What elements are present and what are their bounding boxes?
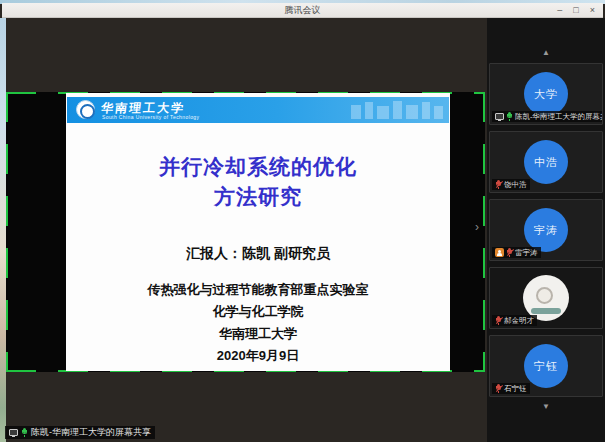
university-logo-icon <box>76 100 95 119</box>
share-status-text: 陈凯-华南理工大学的屏幕共享 <box>31 426 151 439</box>
participant-tile[interactable]: 宁钰 石宁钰 <box>489 335 603 397</box>
slide-affiliation-school: 化学与化工学院 <box>66 303 450 321</box>
share-status-label: 陈凯-华南理工大学的屏幕共享 <box>5 426 155 439</box>
slide-title-line1: 并行冷却系统的优化 <box>66 153 450 181</box>
screen-share-icon <box>495 113 504 120</box>
mic-on-icon <box>21 428 28 437</box>
minimize-button[interactable]: – <box>557 3 562 18</box>
participant-name-tag: 郝金明才 <box>492 315 537 326</box>
share-border-right <box>483 92 485 372</box>
avatar: 宁钰 <box>524 344 568 388</box>
window-controls: – □ × <box>557 3 595 18</box>
maximize-button[interactable]: □ <box>573 3 578 18</box>
participants-panel: ▲ › 大学 陈凯-华南理工大学的屏幕共享 中浩 饶中浩 宇涛 雷宇涛 <box>487 18 605 442</box>
mic-muted-icon <box>495 316 502 325</box>
participant-name: 雷宇涛 <box>515 248 538 258</box>
scroll-down-button[interactable]: ▼ <box>487 402 605 411</box>
scroll-up-button[interactable]: ▲ <box>487 48 605 57</box>
participant-tile-screen-share[interactable]: 大学 陈凯-华南理工大学的屏幕共享 <box>489 63 603 125</box>
window-title: 腾讯会议 <box>285 4 321 17</box>
mic-muted-icon <box>506 248 513 257</box>
collapse-panel-handle[interactable]: › <box>475 220 479 234</box>
slide-presenter-line: 汇报人：陈凯 副研究员 <box>66 245 450 263</box>
slide-header-banner: 华南理工大学 South China University of Technol… <box>67 97 449 123</box>
campus-gate-graphic <box>349 99 445 121</box>
avatar: 中浩 <box>524 140 568 184</box>
slide-affiliation-university: 华南理工大学 <box>66 325 450 343</box>
share-border-left <box>6 92 8 372</box>
participant-name: 陈凯-华南理工大学的屏幕共享 <box>515 112 602 122</box>
shared-screen-region: 华南理工大学 South China University of Technol… <box>6 92 485 372</box>
participant-tile[interactable]: 中浩 饶中浩 <box>489 131 603 193</box>
participant-name-tag: 陈凯-华南理工大学的屏幕共享 <box>492 111 602 122</box>
participant-name: 石宁钰 <box>504 384 527 394</box>
presentation-slide: 华南理工大学 South China University of Technol… <box>66 93 450 371</box>
participant-name-tag: 雷宇涛 <box>492 247 541 258</box>
participant-tile[interactable]: 宇涛 雷宇涛 <box>489 199 603 261</box>
participant-name-tag: 石宁钰 <box>492 383 530 394</box>
mic-muted-icon <box>495 180 502 189</box>
mic-muted-icon <box>495 384 502 393</box>
avatar: 宇涛 <box>524 208 568 252</box>
participant-tile-video[interactable]: 郝金明才 <box>489 267 603 329</box>
mic-on-icon <box>506 112 513 121</box>
avatar: 大学 <box>524 72 568 116</box>
participant-name-tag: 饶中浩 <box>492 179 530 190</box>
university-name-en: South China University of Technology <box>102 114 199 120</box>
window-titlebar: 腾讯会议 – □ × <box>2 3 603 18</box>
hand-raised-badge-icon <box>495 248 504 257</box>
screen-share-icon <box>9 429 18 436</box>
close-button[interactable]: × <box>590 3 595 18</box>
slide-date: 2020年9月9日 <box>66 347 450 365</box>
participant-name: 郝金明才 <box>504 316 534 326</box>
slide-title-line2: 方法研究 <box>66 183 450 211</box>
slide-affiliation-lab: 传热强化与过程节能教育部重点实验室 <box>66 281 450 299</box>
participant-name: 饶中浩 <box>504 180 527 190</box>
